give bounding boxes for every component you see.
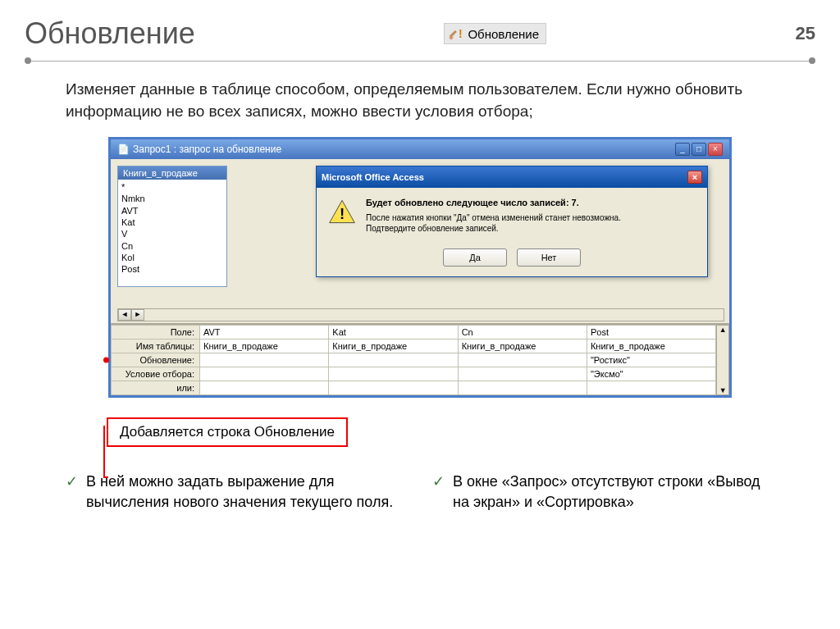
confirm-dialog: Microsoft Office Access × ! Будет обновл… (316, 166, 708, 277)
grid-cell[interactable]: "Эксмо" (587, 367, 715, 381)
list-item[interactable]: Kol (121, 252, 223, 263)
page-number: 25 (796, 23, 815, 44)
grid-cell[interactable]: Книги_в_продаже (329, 340, 458, 353)
page-title: Обновление (25, 16, 195, 51)
grid-cell[interactable] (587, 381, 715, 395)
dialog-titlebar: Microsoft Office Access × (317, 166, 707, 188)
list-item[interactable]: Post (121, 263, 223, 275)
callout-connector (103, 426, 105, 477)
svg-text:!: ! (459, 27, 463, 40)
callout-box: Добавляется строка Обновление (107, 417, 348, 447)
bullet-1: ✓ В ней можно задать выражение для вычис… (66, 472, 408, 513)
grid-row-table: Имя таблицы: Книги_в_продаже Книги_в_про… (112, 340, 716, 353)
divider (25, 57, 815, 64)
bullet-text: В ней можно задать выражение для вычисле… (86, 472, 408, 513)
row-label: Условие отбора: (112, 367, 200, 381)
design-upper-pane: Книги_в_продаже * Nmkn AVT Kat V Cn Kol … (111, 159, 729, 323)
svg-rect-1 (450, 30, 457, 38)
list-item[interactable]: Nmkn (121, 193, 223, 204)
yes-button[interactable]: Да (443, 248, 507, 267)
table-box-title: Книги_в_продаже (118, 166, 226, 180)
grid-cell[interactable]: "Ростикс" (587, 353, 715, 367)
list-item[interactable]: Kat (121, 217, 223, 228)
grid-cell[interactable]: Книги_в_продаже (587, 340, 715, 353)
grid-cell[interactable] (458, 353, 587, 367)
warning-icon: ! (328, 198, 356, 226)
query-grid[interactable]: Поле: AVT Kat Cn Post Имя таблицы: Книги… (111, 325, 716, 395)
maximize-button[interactable]: □ (692, 143, 706, 156)
bullet-text: В окне «Запрос» отсутствуют строки «Выво… (453, 472, 774, 513)
grid-cell[interactable] (200, 381, 329, 395)
update-query-badge: ! Обновление (444, 23, 546, 44)
dialog-title-text: Microsoft Office Access (322, 172, 424, 182)
grid-row-or: или: (112, 381, 716, 395)
grid-cell[interactable] (458, 367, 587, 381)
window-titlebar: 📄Запрос1 : запрос на обновление _ □ × (111, 139, 729, 159)
minimize-button[interactable]: _ (675, 143, 690, 156)
check-icon: ✓ (432, 472, 445, 513)
svg-text:!: ! (340, 206, 345, 223)
close-button[interactable]: × (708, 143, 723, 156)
grid-cell[interactable]: Книги_в_продаже (200, 340, 329, 353)
list-item[interactable]: AVT (121, 205, 223, 217)
row-label: Поле: (112, 326, 200, 340)
access-window: 📄Запрос1 : запрос на обновление _ □ × Кн… (108, 137, 732, 398)
grid-cell[interactable] (200, 367, 329, 381)
check-icon: ✓ (66, 472, 78, 513)
grid-cell[interactable]: Post (587, 326, 715, 340)
list-item[interactable]: * (121, 181, 223, 193)
grid-row-field: Поле: AVT Kat Cn Post (112, 326, 716, 340)
no-button[interactable]: Нет (517, 248, 581, 267)
horizontal-scrollbar[interactable]: ◄► (117, 308, 724, 321)
field-list[interactable]: * Nmkn AVT Kat V Cn Kol Post (118, 180, 226, 286)
callout-marker (103, 358, 109, 363)
design-grid: Поле: AVT Kat Cn Post Имя таблицы: Книги… (111, 323, 729, 395)
grid-row-criteria: Условие отбора: "Эксмо" (112, 367, 716, 381)
row-label: или: (112, 381, 200, 395)
bullet-2: ✓ В окне «Запрос» отсутствуют строки «Вы… (432, 472, 774, 513)
grid-cell[interactable] (329, 353, 458, 367)
callout-connector (103, 476, 108, 478)
table-field-list[interactable]: Книги_в_продаже * Nmkn AVT Kat V Cn Kol … (117, 166, 227, 287)
dialog-line1: После нажатия кнопки "Да" отмена изменен… (366, 212, 621, 223)
list-item[interactable]: Cn (121, 240, 223, 252)
grid-row-update: Обновление: "Ростикс" (112, 353, 716, 367)
grid-cell[interactable]: Kat (329, 326, 458, 340)
dialog-line2: Подтвердите обновление записей. (366, 223, 621, 234)
row-label: Имя таблицы: (112, 340, 200, 353)
row-label: Обновление: (112, 353, 200, 367)
grid-cell[interactable] (329, 381, 458, 395)
badge-label: Обновление (468, 27, 539, 41)
description-text: Изменяет данные в таблице способом, опре… (66, 79, 774, 122)
list-item[interactable]: V (121, 228, 223, 239)
grid-cell[interactable]: Cn (458, 326, 587, 340)
grid-cell[interactable] (458, 381, 587, 395)
dialog-heading: Будет обновлено следующее число записей:… (366, 198, 621, 207)
window-title-text: Запрос1 : запрос на обновление (133, 144, 281, 155)
vertical-scrollbar[interactable]: ▲▼ (716, 325, 729, 395)
grid-cell[interactable]: Книги_в_продаже (458, 340, 587, 353)
grid-cell[interactable] (329, 367, 458, 381)
dialog-close-button[interactable]: × (687, 171, 702, 184)
grid-cell[interactable]: AVT (200, 326, 329, 340)
pencil-exclaim-icon: ! (448, 25, 464, 42)
grid-cell[interactable] (200, 353, 329, 367)
